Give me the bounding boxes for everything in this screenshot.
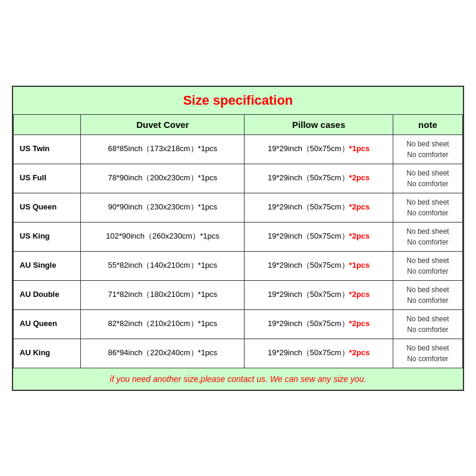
pillow-count-highlight: *2pcs [349,319,370,328]
footer-note: if you need another size,please contact … [13,368,463,390]
pillow-count-highlight: *2pcs [349,348,370,357]
pillow-count-highlight: *2pcs [349,231,370,240]
pillow-count-highlight: *2pcs [349,290,370,299]
cell-duvet-cover: 102*90inch（260x230cm）*1pcs [81,222,245,251]
cell-duvet-cover: 55*82inch（140x210cm）*1pcs [81,251,245,280]
cell-note: No bed sheetNo comforter [393,134,462,164]
header-size [14,114,81,134]
table-row: AU Single55*82inch（140x210cm）*1pcs19*29i… [14,251,463,280]
cell-size-name: AU King [14,339,81,368]
cell-pillow-cases: 19*29inch（50x75cm）*1pcs [245,134,393,164]
cell-pillow-cases: 19*29inch（50x75cm）*2pcs [245,222,393,251]
cell-duvet-cover: 71*82inch（180x210cm）*1pcs [81,280,245,309]
cell-note: No bed sheetNo comforter [393,164,462,193]
cell-size-name: AU Double [14,280,81,309]
cell-pillow-cases: 19*29inch（50x75cm）*2pcs [245,339,393,368]
pillow-count-highlight: *1pcs [349,261,370,270]
table-header-row: Duvet Cover Pillow cases note [14,114,463,134]
pillow-count-highlight: *1pcs [349,144,370,153]
table-row: US Twin68*85inch（173x218cm）*1pcs19*29inc… [14,134,463,164]
header-pillow: Pillow cases [245,114,393,134]
cell-note: No bed sheetNo comforter [393,222,462,251]
cell-duvet-cover: 82*82inch（210x210cm）*1pcs [81,309,245,339]
cell-note: No bed sheetNo comforter [393,309,462,339]
cell-size-name: US Full [14,164,81,193]
cell-duvet-cover: 90*90inch（230x230cm）*1pcs [81,193,245,222]
page-title: Size specification [13,87,463,114]
header-note: note [393,114,462,134]
header-duvet: Duvet Cover [81,114,245,134]
cell-pillow-cases: 19*29inch（50x75cm）*2pcs [245,280,393,309]
cell-pillow-cases: 19*29inch（50x75cm）*1pcs [245,251,393,280]
cell-size-name: US King [14,222,81,251]
cell-pillow-cases: 19*29inch（50x75cm）*2pcs [245,309,393,339]
table-row: AU Queen82*82inch（210x210cm）*1pcs19*29in… [14,309,463,339]
cell-note: No bed sheetNo comforter [393,251,462,280]
cell-note: No bed sheetNo comforter [393,193,462,222]
cell-duvet-cover: 68*85inch（173x218cm）*1pcs [81,134,245,164]
cell-size-name: AU Single [14,251,81,280]
cell-size-name: AU Queen [14,309,81,339]
pillow-count-highlight: *2pcs [349,173,370,182]
cell-pillow-cases: 19*29inch（50x75cm）*2pcs [245,193,393,222]
cell-size-name: US Twin [14,134,81,164]
pillow-count-highlight: *2pcs [349,202,370,211]
size-table: Duvet Cover Pillow cases note US Twin68*… [13,114,463,368]
table-row: AU King86*94inch（220x240cm）*1pcs19*29inc… [14,339,463,368]
table-row: AU Double71*82inch（180x210cm）*1pcs19*29i… [14,280,463,309]
size-spec-container: Size specification Duvet Cover Pillow ca… [12,86,464,391]
cell-note: No bed sheetNo comforter [393,280,462,309]
cell-pillow-cases: 19*29inch（50x75cm）*2pcs [245,164,393,193]
table-row: US King102*90inch（260x230cm）*1pcs19*29in… [14,222,463,251]
table-row: US Full78*90inch（200x230cm）*1pcs19*29inc… [14,164,463,193]
table-row: US Queen90*90inch（230x230cm）*1pcs19*29in… [14,193,463,222]
cell-duvet-cover: 78*90inch（200x230cm）*1pcs [81,164,245,193]
cell-note: No bed sheetNo comforter [393,339,462,368]
page-wrapper: Size specification Duvet Cover Pillow ca… [12,86,464,391]
cell-duvet-cover: 86*94inch（220x240cm）*1pcs [81,339,245,368]
cell-size-name: US Queen [14,193,81,222]
